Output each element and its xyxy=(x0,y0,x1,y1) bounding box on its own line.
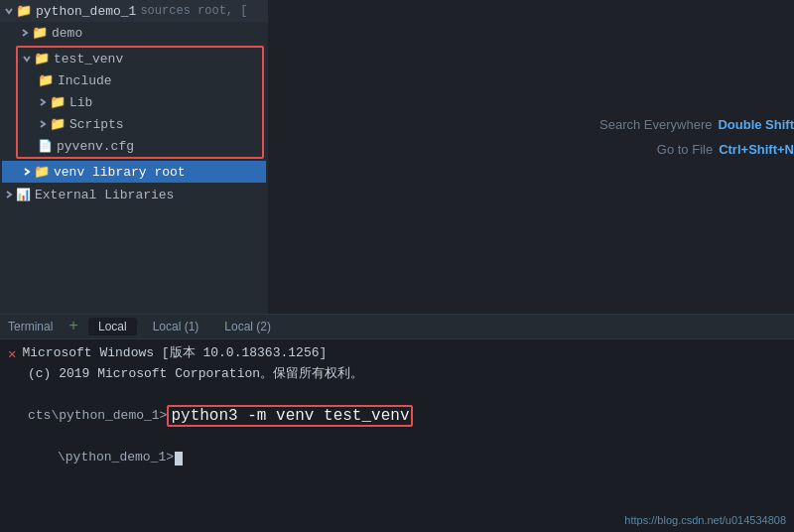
error-icon: ✕ xyxy=(8,345,16,362)
sidebar-item-test-venv[interactable]: 📁 test_venv xyxy=(18,48,262,69)
project-name: python_demo_1 xyxy=(36,4,136,19)
sidebar-item-include[interactable]: 📁 Include xyxy=(18,69,262,91)
search-everywhere-label: Search Everywhere xyxy=(599,117,712,132)
terminal-line-5 xyxy=(8,427,786,448)
project-root[interactable]: 📁 python_demo_1 sources root, [ xyxy=(0,0,268,22)
include-label: Include xyxy=(58,73,112,88)
sidebar: 📁 python_demo_1 sources root, [ 📁 demo 📁… xyxy=(0,0,268,314)
lib-label: Lib xyxy=(69,95,92,110)
lib-folder-icon: 📁 xyxy=(50,94,66,110)
terminal-tab-local-2[interactable]: Local (2) xyxy=(214,318,281,335)
sidebar-item-venv-library-root[interactable]: 📁 venv library root xyxy=(2,161,266,183)
venv-root-folder-icon: 📁 xyxy=(34,164,50,180)
venv-library-root-label: venv library root xyxy=(54,165,186,180)
external-libs-icon: 📊 xyxy=(16,188,31,202)
sidebar-item-lib[interactable]: 📁 Lib xyxy=(18,91,262,113)
scripts-label: Scripts xyxy=(69,117,124,132)
terminal-panel: Terminal + Local Local (1) Local (2) ✕ M… xyxy=(0,314,794,532)
test-venv-label: test_venv xyxy=(54,52,123,66)
terminal-text-2: (c) 2019 Microsoft Corporation。保留所有权利。 xyxy=(28,364,363,385)
include-folder-icon: 📁 xyxy=(38,72,54,88)
test-venv-folder-icon: 📁 xyxy=(34,51,50,66)
terminal-header: Terminal + Local Local (1) Local (2) xyxy=(0,315,794,339)
terminal-title: Terminal xyxy=(8,320,53,333)
terminal-prompt-1: cts\python_demo_1> xyxy=(28,406,167,427)
url-hint: https://blog.csdn.net/u014534808 xyxy=(624,514,786,526)
new-terminal-button[interactable]: + xyxy=(65,318,82,335)
cursor xyxy=(175,452,183,466)
terminal-command: python3 -m venv test_venv xyxy=(167,405,413,427)
project-folder-icon: 📁 xyxy=(16,3,32,19)
project-subtitle: sources root, [ xyxy=(140,4,247,18)
terminal-tab-local[interactable]: Local xyxy=(88,318,137,335)
terminal-text-1: Microsoft Windows [版本 10.0.18363.1256] xyxy=(22,343,327,364)
demo-folder-icon: 📁 xyxy=(32,25,48,41)
sidebar-item-demo[interactable]: 📁 demo xyxy=(0,22,268,44)
demo-label: demo xyxy=(52,26,82,41)
external-libraries-label: External Libraries xyxy=(35,188,174,202)
pyvenv-file-icon: 📄 xyxy=(38,139,53,154)
goto-file-key: Ctrl+Shift+N xyxy=(719,142,794,157)
sidebar-item-external-libraries[interactable]: 📊 External Libraries xyxy=(0,184,268,205)
terminal-line-4: cts\python_demo_1> python3 -m venv test_… xyxy=(8,405,786,427)
goto-file-label: Go to File xyxy=(657,142,713,157)
terminal-tab-local-1[interactable]: Local (1) xyxy=(143,318,209,335)
main-area: Search Everywhere Double Shift Go to Fil… xyxy=(268,0,794,314)
terminal-line-2: (c) 2019 Microsoft Corporation。保留所有权利。 xyxy=(8,364,786,385)
terminal-line-1: ✕ Microsoft Windows [版本 10.0.18363.1256] xyxy=(8,343,786,364)
terminal-line-3 xyxy=(8,385,786,406)
search-hints: Search Everywhere Double Shift Go to Fil… xyxy=(599,117,794,167)
scripts-folder-icon: 📁 xyxy=(50,116,66,132)
sidebar-item-scripts[interactable]: 📁 Scripts xyxy=(18,113,262,135)
terminal-line-6: \python_demo_1> xyxy=(8,448,786,468)
test-venv-group: 📁 test_venv 📁 Include 📁 Lib 📁 Scripts xyxy=(16,46,264,159)
terminal-body[interactable]: ✕ Microsoft Windows [版本 10.0.18363.1256]… xyxy=(0,339,794,532)
search-everywhere-key: Double Shift xyxy=(718,117,794,132)
sidebar-item-pyvenv[interactable]: 📄 pyvenv.cfg xyxy=(18,135,262,157)
pyvenv-label: pyvenv.cfg xyxy=(57,139,134,154)
terminal-prompt-2: \python_demo_1> xyxy=(58,448,174,468)
